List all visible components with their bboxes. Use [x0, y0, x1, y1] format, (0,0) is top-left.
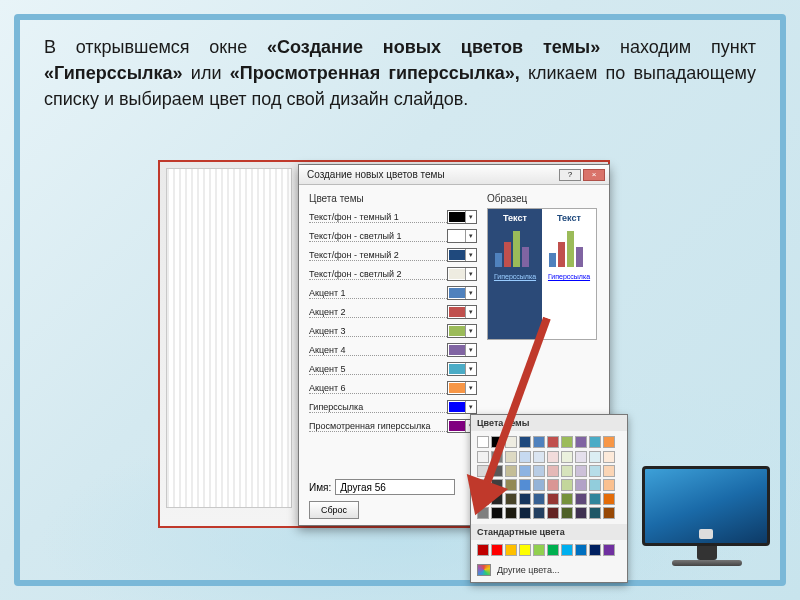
color-cell[interactable] [561, 507, 573, 519]
color-cell[interactable] [603, 479, 615, 491]
color-cell[interactable] [603, 493, 615, 505]
color-cell[interactable] [575, 451, 587, 463]
color-cell[interactable] [533, 436, 545, 448]
sample-preview: Текст Гиперссылка Текст [487, 208, 597, 340]
color-cell[interactable] [519, 465, 531, 477]
color-cell[interactable] [547, 544, 559, 556]
picker-standard-title: Стандартные цвета [471, 524, 627, 540]
color-cell[interactable] [589, 544, 601, 556]
help-icon[interactable]: ? [559, 169, 581, 181]
color-cell[interactable] [505, 507, 517, 519]
color-cell[interactable] [603, 507, 615, 519]
color-cell[interactable] [533, 493, 545, 505]
theme-color-row: Акцент 5▾ [309, 360, 477, 378]
color-dropdown[interactable]: ▾ [447, 248, 477, 262]
color-cell[interactable] [491, 465, 503, 477]
color-cell[interactable] [505, 493, 517, 505]
color-cell[interactable] [505, 451, 517, 463]
color-dropdown[interactable]: ▾ [447, 210, 477, 224]
color-cell[interactable] [491, 493, 503, 505]
color-dropdown[interactable]: ▾ [447, 286, 477, 300]
close-icon[interactable]: × [583, 169, 605, 181]
more-colors-label: Другие цвета... [497, 565, 559, 575]
row-label: Гиперссылка [309, 402, 447, 413]
color-cell[interactable] [589, 451, 601, 463]
color-cell[interactable] [547, 493, 559, 505]
chevron-down-icon: ▾ [465, 211, 475, 223]
color-cell[interactable] [505, 436, 517, 448]
chevron-down-icon: ▾ [465, 325, 475, 337]
color-cell[interactable] [519, 544, 531, 556]
color-cell[interactable] [575, 493, 587, 505]
color-cell[interactable] [603, 451, 615, 463]
color-cell[interactable] [491, 479, 503, 491]
color-cell[interactable] [505, 479, 517, 491]
color-cell[interactable] [575, 436, 587, 448]
reset-button[interactable]: Сброс [309, 501, 359, 519]
color-cell[interactable] [477, 436, 489, 448]
color-cell[interactable] [547, 436, 559, 448]
color-cell[interactable] [477, 493, 489, 505]
color-cell[interactable] [589, 479, 601, 491]
color-cell[interactable] [561, 479, 573, 491]
row-label: Акцент 5 [309, 364, 447, 375]
color-cell[interactable] [561, 493, 573, 505]
theme-name-input[interactable] [335, 479, 455, 495]
color-cell[interactable] [533, 544, 545, 556]
color-cell[interactable] [575, 479, 587, 491]
color-cell[interactable] [505, 544, 517, 556]
color-cell[interactable] [491, 451, 503, 463]
color-cell[interactable] [533, 465, 545, 477]
color-dropdown[interactable]: ▾ [447, 381, 477, 395]
color-cell[interactable] [477, 544, 489, 556]
color-cell[interactable] [519, 507, 531, 519]
color-cell[interactable] [561, 465, 573, 477]
color-cell[interactable] [477, 465, 489, 477]
color-cell[interactable] [533, 451, 545, 463]
color-cell[interactable] [519, 451, 531, 463]
color-cell[interactable] [533, 479, 545, 491]
color-cell[interactable] [589, 465, 601, 477]
color-cell[interactable] [603, 436, 615, 448]
color-cell[interactable] [603, 544, 615, 556]
color-dropdown[interactable]: ▾ [447, 267, 477, 281]
color-cell[interactable] [491, 544, 503, 556]
color-cell[interactable] [547, 465, 559, 477]
color-dropdown[interactable]: ▾ [447, 400, 477, 414]
color-cell[interactable] [603, 465, 615, 477]
color-dropdown[interactable]: ▾ [447, 343, 477, 357]
color-cell[interactable] [547, 479, 559, 491]
color-cell[interactable] [477, 479, 489, 491]
color-dropdown[interactable]: ▾ [447, 324, 477, 338]
color-cell[interactable] [519, 479, 531, 491]
color-cell[interactable] [575, 507, 587, 519]
color-swatch [449, 364, 465, 374]
color-cell[interactable] [505, 465, 517, 477]
color-cell[interactable] [477, 507, 489, 519]
color-cell[interactable] [491, 436, 503, 448]
color-cell[interactable] [589, 493, 601, 505]
color-cell[interactable] [561, 544, 573, 556]
color-cell[interactable] [575, 465, 587, 477]
color-cell[interactable] [519, 436, 531, 448]
color-cell[interactable] [547, 451, 559, 463]
color-swatch [449, 288, 465, 298]
color-cell[interactable] [477, 451, 489, 463]
more-colors-row[interactable]: Другие цвета... [471, 560, 627, 582]
color-cell[interactable] [547, 507, 559, 519]
color-cell[interactable] [561, 436, 573, 448]
color-swatch [449, 402, 465, 412]
sample-text-label: Текст [557, 213, 581, 223]
color-cell[interactable] [533, 507, 545, 519]
picker-theme-row [471, 431, 627, 451]
sample-column: Образец Текст Гиперссылка Текст [487, 193, 597, 436]
color-dropdown[interactable]: ▾ [447, 362, 477, 376]
color-dropdown[interactable]: ▾ [447, 229, 477, 243]
color-dropdown[interactable]: ▾ [447, 305, 477, 319]
color-cell[interactable] [575, 544, 587, 556]
color-cell[interactable] [491, 507, 503, 519]
color-cell[interactable] [589, 436, 601, 448]
color-cell[interactable] [519, 493, 531, 505]
color-cell[interactable] [561, 451, 573, 463]
color-cell[interactable] [589, 507, 601, 519]
